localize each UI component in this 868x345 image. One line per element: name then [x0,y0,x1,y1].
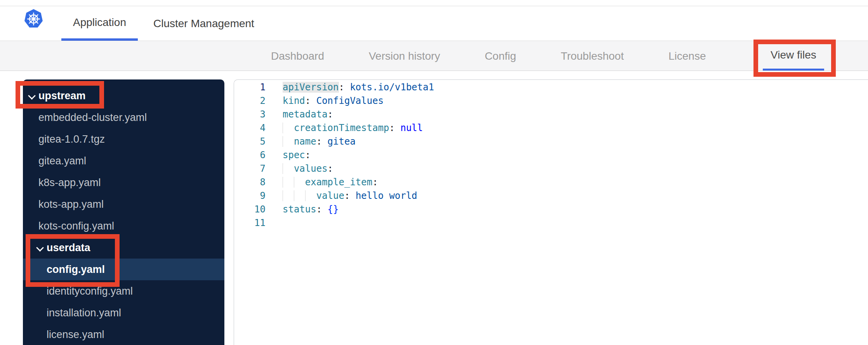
tree-item-label: gitea-1.0.7.tgz [38,133,105,145]
code-text: creationTimestamp: null [266,121,423,135]
kubernetes-logo-icon [24,9,43,29]
nav-items: DashboardVersion historyConfigTroublesho… [271,41,706,71]
tab-config[interactable]: Config [485,41,516,71]
tree-item-label: k8s-app.yaml [38,177,101,189]
code-line-7: 7 values: [234,162,868,176]
code-text: values: [266,162,333,176]
code-text: metadata: [266,108,333,121]
line-number: 2 [234,94,266,108]
line-number: 6 [234,148,266,162]
file-tree-sidebar: upstreamembedded-cluster.yamlgitea-1.0.7… [23,79,224,345]
tree-item-label: installation.yaml [47,307,121,319]
tree-item-label: embedded-cluster.yaml [38,112,147,124]
line-number: 3 [234,108,266,121]
code-line-11: 11 [234,216,868,230]
tree-item-label: upstream [38,90,86,102]
code-line-4: 4 creationTimestamp: null [234,121,868,135]
line-number: 11 [234,216,266,230]
line-number: 8 [234,176,266,189]
tree-file-identityconfig-yaml[interactable]: identityconfig.yaml [23,280,224,302]
yaml-editor[interactable]: 1apiVersion: kots.io/v1beta12kind: Confi… [234,79,868,345]
code-text: status: {} [266,203,339,216]
header-tab-application[interactable]: Application [61,6,138,41]
tab-troubleshoot[interactable]: Troubleshoot [561,41,624,71]
code-text: name: gitea [266,135,356,148]
tree-file-kots-app-yaml[interactable]: kots-app.yaml [23,193,224,215]
tree-item-label: license.yaml [47,329,104,341]
tree-file-license-yaml[interactable]: license.yaml [23,324,224,345]
tree-file-kots-config-yaml[interactable]: kots-config.yaml [23,215,224,237]
header-tab-cluster-management[interactable]: Cluster Management [142,6,266,41]
app-header: ApplicationCluster Management [0,6,868,41]
tab-dashboard[interactable]: Dashboard [271,41,324,71]
tree-item-label: identityconfig.yaml [47,285,133,297]
code-text: example_item: [266,176,378,189]
chevron-down-icon [28,91,38,101]
line-number: 10 [234,203,266,216]
nav-bar: DashboardVersion historyConfigTroublesho… [0,41,868,71]
tree-file-embedded-cluster-yaml[interactable]: embedded-cluster.yaml [23,107,224,128]
line-number: 9 [234,189,266,203]
tab-version-history[interactable]: Version history [369,41,440,71]
code-text: value: hello world [266,189,417,203]
code-text: spec: [266,148,311,162]
code-line-1: 1apiVersion: kots.io/v1beta1 [234,81,868,94]
code-text: kind: ConfigValues [266,94,384,108]
tree-item-label: userdata [47,242,90,254]
line-number: 7 [234,162,266,176]
tree-file-k8s-app-yaml[interactable]: k8s-app.yaml [23,172,224,193]
tree-item-label: kots-app.yaml [38,198,104,210]
tree-file-gitea-yaml[interactable]: gitea.yaml [23,150,224,172]
code-line-8: 8 example_item: [234,176,868,189]
tab-license[interactable]: License [668,41,706,71]
tree-item-label: config.yaml [47,264,105,276]
tab-view-files[interactable]: View files [763,41,824,71]
tree-file-gitea-1-0-7-tgz[interactable]: gitea-1.0.7.tgz [23,128,224,150]
tree-folder-userdata[interactable]: userdata [23,237,224,259]
line-number: 5 [234,135,266,148]
code-line-6: 6spec: [234,148,868,162]
code-text: apiVersion: kots.io/v1beta1 [266,81,434,94]
line-number: 1 [234,81,266,94]
header-tabs: ApplicationCluster Management [61,6,266,41]
tree-file-config-yaml[interactable]: config.yaml [23,259,224,280]
code-line-9: 9 value: hello world [234,189,868,203]
tree-folder-upstream[interactable]: upstream [23,85,224,107]
tree-item-label: kots-config.yaml [38,220,114,232]
tree-item-label: gitea.yaml [38,155,86,167]
line-number: 4 [234,121,266,135]
tree-file-installation-yaml[interactable]: installation.yaml [23,302,224,324]
chevron-down-icon [36,243,47,253]
code-line-10: 10status: {} [234,203,868,216]
code-text [266,216,283,230]
code-line-2: 2kind: ConfigValues [234,94,868,108]
code-line-3: 3metadata: [234,108,868,121]
code-line-5: 5 name: gitea [234,135,868,148]
